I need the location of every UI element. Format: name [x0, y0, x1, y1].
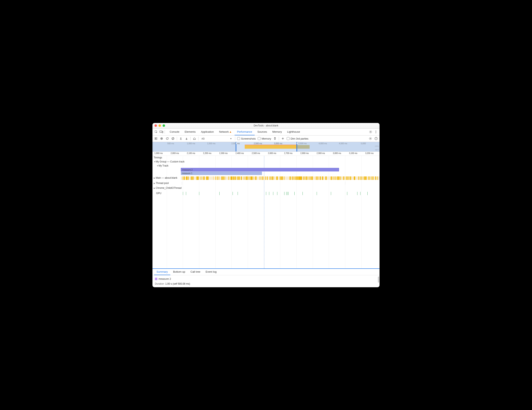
panel-tabs: Console Elements Application Network▲ Pe… [167, 128, 303, 135]
titlebar: DevTools - about:blank [152, 123, 380, 129]
track-timings[interactable]: Timings [154, 156, 162, 159]
svg-line-11 [172, 138, 174, 139]
tab-eventlog[interactable]: Event log [203, 269, 219, 275]
tab-bottomup[interactable]: Bottom-up [171, 269, 188, 275]
bar-measure-2[interactable]: measure 2 [181, 168, 339, 171]
more-icon[interactable] [374, 130, 378, 134]
tab-performance[interactable]: Performance [235, 128, 255, 135]
main-tabbar: Console Elements Application Network▲ Pe… [152, 129, 380, 136]
svg-point-6 [376, 133, 376, 133]
collapse-icon[interactable] [281, 137, 285, 140]
svg-point-4 [376, 131, 376, 131]
record-icon[interactable] [154, 137, 158, 140]
summary-content: measure 2 Duration1.00 s (self 500.08 ms… [152, 275, 380, 287]
tab-memory[interactable]: Memory [270, 128, 284, 135]
chevron-down-icon: ▼ [230, 137, 232, 140]
tab-sources[interactable]: Sources [255, 128, 270, 135]
memory-checkbox[interactable]: Memory [258, 137, 271, 140]
warning-icon: ▲ [229, 130, 232, 133]
summary-name: measure 2 [159, 277, 171, 280]
svg-point-12 [370, 138, 371, 139]
details-pane: Summary Bottom-up Call tree Event log me… [152, 268, 380, 287]
inspect-icon[interactable] [154, 130, 158, 134]
track-main[interactable]: ▶Main — about:blank [154, 176, 177, 179]
svg-point-5 [376, 132, 376, 132]
devtools-window: DevTools - about:blank Console Elements … [152, 123, 380, 287]
playhead [264, 156, 264, 268]
chevron-down-icon: ▼ [154, 161, 156, 163]
minimize-icon[interactable] [159, 124, 161, 127]
tab-lighthouse[interactable]: Lighthouse [285, 128, 303, 135]
perf-toolbar: #3 ▼ Screenshots Memory Dim 3rd parties … [152, 136, 380, 142]
track-gpu[interactable]: GPU [156, 192, 162, 195]
chevron-right-icon: ▶ [154, 177, 156, 179]
tab-elements[interactable]: Elements [182, 128, 198, 135]
track-childio[interactable]: ▶Chrome_ChildIOThread [154, 187, 181, 189]
color-swatch [155, 278, 157, 280]
record-dot-icon[interactable] [160, 137, 163, 140]
tab-network[interactable]: Network▲ [217, 128, 234, 135]
window-title: DevTools - about:blank [152, 124, 380, 127]
svg-text:?: ? [375, 137, 377, 140]
trash-icon[interactable] [273, 137, 277, 140]
device-icon[interactable] [159, 130, 163, 134]
track-group[interactable]: ▼My Group — Custom track [154, 160, 184, 163]
profile-selector[interactable]: #3 ▼ [200, 137, 233, 141]
timeline-ruler[interactable]: 1,900 ms 2,000 ms 2,100 ms 2,200 ms 2,30… [152, 152, 380, 156]
download-icon[interactable] [185, 137, 188, 140]
flame-chart[interactable]: Timings ▼My Group — Custom track ▼My Tra… [152, 156, 380, 268]
screenshots-checkbox[interactable]: Screenshots [237, 137, 256, 140]
tab-calltree[interactable]: Call tree [188, 269, 203, 275]
track-threadpool[interactable]: ▶Thread pool [154, 182, 169, 184]
traffic-lights [154, 124, 165, 127]
svg-point-3 [370, 131, 371, 132]
bar-measure-1[interactable]: measure 1 [181, 172, 262, 175]
reload-icon[interactable] [165, 137, 169, 140]
upload-icon[interactable] [179, 137, 183, 140]
track-mytrack[interactable]: ▼My Track [157, 164, 169, 167]
overview-minimap[interactable]: 500 ms 1,000 ms 1,500 ms 2,000 ms 2,500 … [152, 142, 380, 152]
maximize-icon[interactable] [163, 124, 165, 127]
help-icon[interactable]: ? [374, 137, 378, 140]
chevron-right-icon: ▶ [154, 187, 156, 189]
svg-point-9 [161, 138, 162, 139]
tab-console[interactable]: Console [167, 128, 182, 135]
chevron-right-icon: ▶ [154, 182, 156, 184]
svg-rect-2 [162, 131, 163, 133]
clear-icon[interactable] [171, 137, 175, 140]
details-tabs: Summary Bottom-up Call tree Event log [152, 269, 380, 275]
tab-application[interactable]: Application [199, 128, 216, 135]
scrollbar[interactable] [378, 276, 379, 282]
close-icon[interactable] [154, 124, 157, 127]
selection-handle-left[interactable] [236, 142, 236, 152]
settings-icon[interactable] [369, 137, 372, 140]
svg-rect-1 [160, 131, 162, 132]
tab-summary[interactable]: Summary [154, 269, 170, 275]
home-icon[interactable] [193, 137, 196, 140]
gear-icon[interactable] [369, 130, 373, 134]
chevron-down-icon: ▼ [157, 165, 159, 167]
dim-checkbox[interactable]: Dim 3rd parties [287, 137, 308, 140]
